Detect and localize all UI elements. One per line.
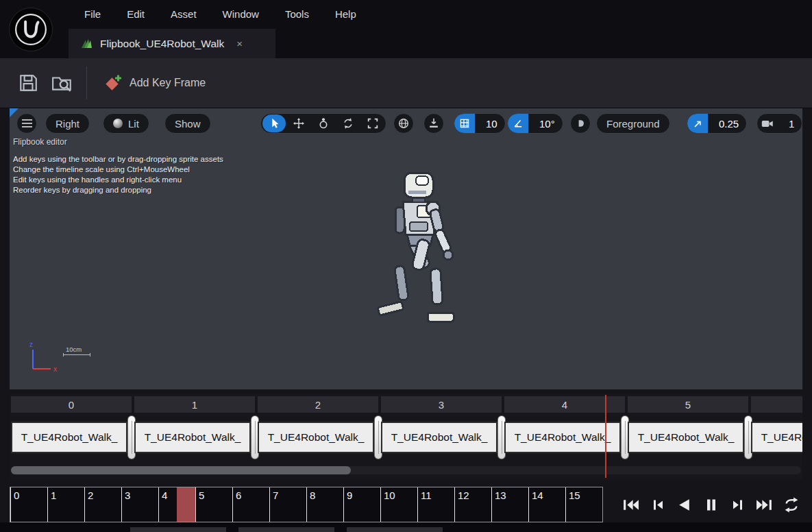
jump-to-end-button[interactable]	[752, 491, 776, 518]
axis-x-label: x	[53, 365, 57, 373]
jump-to-front-button[interactable]	[619, 491, 643, 518]
keyframe-item: T_UE4Robot_Walk_	[133, 415, 259, 459]
lit-mode-dropdown[interactable]: Lit	[103, 113, 149, 134]
frame-header-cell[interactable]: 3	[381, 396, 502, 413]
tick-number: 10	[384, 489, 395, 501]
rotate-tool-button[interactable]	[312, 114, 335, 132]
camera-control[interactable]: 1	[756, 113, 802, 134]
frame-header-cell[interactable]: 4	[504, 396, 625, 413]
menu-item-list: FileEditAssetWindowToolsHelp	[71, 0, 369, 29]
frame-header-cell[interactable]: 5	[628, 396, 748, 413]
menu-item[interactable]: File	[71, 0, 114, 29]
time-ruler[interactable]: 0 1 2 3 4	[10, 487, 603, 522]
menu-item[interactable]: Tools	[272, 0, 322, 29]
timeline-scrollbar[interactable]	[11, 466, 801, 474]
keyframe-box[interactable]: T_UE4Robot_Walk_	[381, 422, 497, 453]
keyframe-box[interactable]: T_UE4Robot_Walk_	[11, 422, 127, 453]
add-key-frame-button[interactable]: Add Key Frame	[97, 65, 212, 101]
flipbook-viewport[interactable]: Right Lit Show	[10, 108, 802, 389]
partial-panel-strip	[0, 522, 812, 532]
viewport-scale-bar: 10cm	[63, 346, 90, 355]
ruler-tick: 10	[380, 487, 417, 522]
show-dropdown[interactable]: Show	[164, 113, 211, 134]
browse-to-asset-button[interactable]	[45, 65, 79, 101]
unreal-logo[interactable]	[9, 8, 53, 51]
tick-line	[565, 487, 566, 522]
step-forward-button[interactable]	[726, 491, 750, 518]
step-forward-icon	[730, 496, 746, 513]
tab-bar: Flipbook_UE4Robot_Walk ×	[0, 29, 812, 58]
keyframe-item: T_UE4Robot_Walk_	[626, 415, 752, 459]
surface-snap-button[interactable]	[423, 113, 444, 134]
help-line: Reorder keys by dragging and dropping	[13, 185, 223, 195]
keyframe-box[interactable]: T_UE4Robot_Walk_	[751, 422, 802, 453]
move-icon	[293, 117, 305, 130]
tab-flipbook-asset[interactable]: Flipbook_UE4Robot_Walk ×	[69, 29, 275, 58]
tick-number: 14	[532, 489, 543, 501]
ruler-tick: 2	[84, 487, 121, 522]
tick-line	[121, 487, 122, 522]
viewport-options-button[interactable]	[16, 113, 37, 134]
keyframe-box[interactable]: T_UE4Robot_Walk_	[628, 422, 744, 453]
translate-tool-button[interactable]	[287, 114, 310, 132]
ruler-tick: 15	[565, 487, 602, 522]
world-coordinate-button[interactable]	[393, 113, 414, 134]
sprite-layer-dropdown[interactable]: Foreground	[596, 113, 670, 134]
menu-bar: FileEditAssetWindowToolsHelp	[0, 0, 812, 29]
menu-item[interactable]: Help	[322, 0, 369, 29]
tab-title: Flipbook_UE4Robot_Walk	[100, 38, 224, 50]
add-key-frame-icon	[103, 74, 122, 93]
tick-number: 3	[125, 489, 130, 501]
help-line: Edit keys using the handles and right-cl…	[13, 175, 223, 185]
step-backward-button[interactable]	[645, 491, 669, 518]
keyframe-box[interactable]: T_UE4Robot_Walk_	[504, 422, 621, 453]
frame-header-cell[interactable]: 2	[258, 396, 378, 413]
ruler-tick: 13	[491, 487, 528, 522]
maximize-icon	[367, 117, 379, 130]
playhead-line[interactable]	[605, 395, 606, 478]
save-button[interactable]	[11, 65, 45, 101]
play-reverse-button[interactable]	[672, 491, 696, 518]
asset-toolbar: Add Key Frame	[0, 58, 812, 108]
grid-snap-control[interactable]: 10	[454, 113, 506, 134]
menu-item[interactable]: Asset	[158, 0, 210, 29]
cycle-transform-button[interactable]	[336, 114, 360, 132]
grid-snap-value: 10	[480, 118, 505, 130]
tick-line	[491, 487, 492, 522]
jump-to-end-icon	[755, 496, 774, 513]
keyframe-item: T_UE4Robot_Walk_	[256, 415, 382, 459]
ruler-tick: 12	[454, 487, 491, 522]
view-direction-dropdown[interactable]: Right	[45, 113, 90, 134]
scale-bar-line	[63, 354, 90, 355]
frame-header-cell[interactable]	[751, 396, 802, 413]
ruler-tick: 7	[269, 487, 306, 522]
camera-icon	[757, 114, 778, 133]
frame-header-cell[interactable]: 1	[134, 396, 255, 413]
angle-snap-control[interactable]: 10°	[507, 113, 563, 134]
loop-button[interactable]	[779, 491, 803, 518]
keyframe-item: T_UE4Robot_Walk_	[380, 415, 506, 459]
scale-snap-button[interactable]	[570, 113, 591, 134]
transform-tools-group	[260, 113, 386, 134]
pause-button[interactable]	[699, 491, 723, 518]
keyframe-box[interactable]: T_UE4Robot_Walk_	[134, 422, 251, 453]
toolbar-separator	[86, 66, 87, 99]
ruler-tick: 4	[158, 487, 195, 522]
camera-speed-control[interactable]: 0.25	[687, 113, 747, 134]
keyframe-box[interactable]: T_UE4Robot_Walk_	[258, 422, 374, 453]
timeline-scrollbar-thumb[interactable]	[11, 466, 351, 474]
maximize-viewport-button[interactable]	[361, 114, 384, 132]
keyframe-item: T_UE4Robot_Walk_	[503, 415, 629, 459]
frame-header-cell[interactable]: 0	[11, 396, 132, 413]
scale-bar-label: 10cm	[66, 346, 90, 353]
menu-item[interactable]: Edit	[114, 0, 158, 29]
tick-number: 13	[495, 489, 506, 501]
keyframe-label: T_UE4Robot_Walk_	[761, 431, 802, 444]
keyframe-label: T_UE4Robot_Walk_	[268, 431, 365, 444]
tick-number: 6	[236, 489, 241, 501]
partial-panel-block	[347, 527, 443, 532]
select-tool-button[interactable]	[262, 114, 286, 132]
tab-close-icon[interactable]: ×	[236, 38, 243, 49]
sprite-layer-label: Foreground	[606, 118, 660, 130]
menu-item[interactable]: Window	[210, 0, 272, 29]
